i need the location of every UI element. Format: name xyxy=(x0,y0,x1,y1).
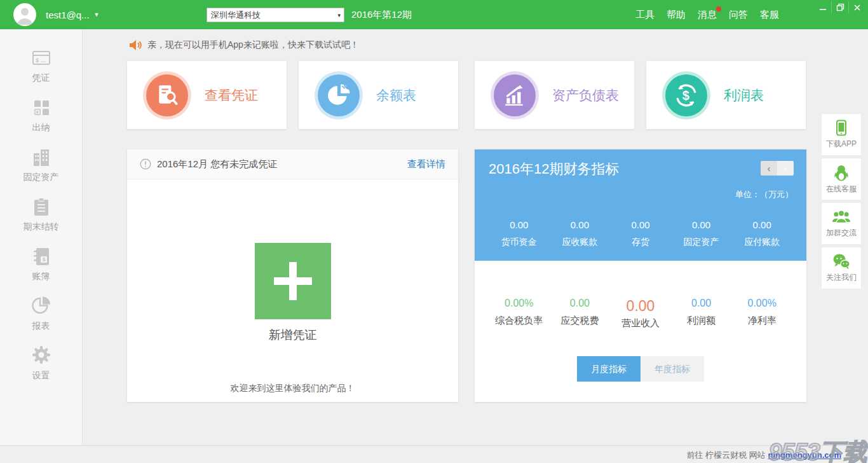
cashier-icon: ¥ xyxy=(32,98,51,117)
close-button[interactable] xyxy=(848,1,865,13)
sidebar: $ … 凭证 ¥ 出纳 固定资产 xyxy=(0,29,83,445)
voucher-panel-header: 2016年12月 您有未完成凭证 查看详情 xyxy=(127,149,458,179)
metric-label: 营业收入 xyxy=(610,317,671,329)
svg-text:¥: ¥ xyxy=(36,109,39,115)
add-voucher-button[interactable] xyxy=(255,243,331,319)
window-controls xyxy=(814,1,865,13)
sidebar-item-settings[interactable]: 设置 xyxy=(0,340,82,382)
tab-yearly-indicators[interactable]: 年度指标 xyxy=(641,356,704,382)
warning-icon xyxy=(140,158,151,170)
card-label: 资产负债表 xyxy=(552,86,619,104)
avatar[interactable] xyxy=(13,3,36,26)
sidebar-item-cashier[interactable]: ¥ 出纳 xyxy=(0,92,82,134)
select-arrow-icon: ▾ xyxy=(337,12,341,18)
minimize-button[interactable] xyxy=(814,1,831,13)
metric-inventory: 0.00 存货 xyxy=(610,219,671,248)
status-site-text: 前往 柠檬云财税 网站 xyxy=(687,450,766,460)
metric-value: 0.00 xyxy=(671,298,732,309)
titlebar: test1@q... ▼ 深圳华通科技 ▾ 2016年第12期 工具 帮助 消息… xyxy=(0,0,868,29)
metric-cash: 0.00 货币资金 xyxy=(489,219,550,248)
join-group-button[interactable]: 加群交流 xyxy=(821,202,862,245)
top-menu: 工具 帮助 消息 问答 客服 xyxy=(635,0,779,29)
prev-period-button[interactable]: ‹ xyxy=(761,161,777,176)
qq-icon xyxy=(833,164,850,181)
app-window: test1@q... ▼ 深圳华通科技 ▾ 2016年第12期 工具 帮助 消息… xyxy=(0,0,868,463)
closing-icon xyxy=(32,197,51,216)
menu-item-messages[interactable]: 消息 xyxy=(698,9,717,21)
primary-metrics-row: 0.00 货币资金 0.00 应收账款 0.00 存货 0.00 固定资产 0.… xyxy=(489,219,792,248)
welcome-text: 欢迎来到这里体验我们的产品！ xyxy=(127,383,458,394)
indicator-tabs: 月度指标 年度指标 xyxy=(475,356,806,382)
float-item-label: 下载APP xyxy=(826,139,857,149)
group-icon xyxy=(832,209,851,225)
menu-item-qa[interactable]: 问答 xyxy=(729,9,748,21)
ledger-icon: $ xyxy=(32,247,51,266)
metric-profit: 0.00 利润额 xyxy=(671,298,732,329)
metric-receivables: 0.00 应收账款 xyxy=(550,219,611,248)
download-app-button[interactable]: 下载APP xyxy=(821,113,862,156)
chevron-down-icon: ▼ xyxy=(94,11,100,18)
sidebar-item-voucher[interactable]: $ … 凭证 xyxy=(0,42,82,84)
account-menu[interactable]: test1@q... ▼ xyxy=(46,0,100,29)
card-label: 查看凭证 xyxy=(205,86,258,104)
sidebar-item-label: 凭证 xyxy=(32,73,50,84)
metric-net-margin: 0.00% 净利率 xyxy=(731,298,792,329)
message-badge-dot xyxy=(716,6,721,11)
card-label: 余额表 xyxy=(376,86,416,104)
menu-item-tools[interactable]: 工具 xyxy=(635,9,654,21)
view-voucher-icon xyxy=(146,74,188,116)
card-label: 利润表 xyxy=(724,86,764,104)
sidebar-item-label: 设置 xyxy=(32,370,50,382)
metric-label: 货币资金 xyxy=(489,237,550,248)
float-item-label: 加群交流 xyxy=(826,228,857,238)
metric-value: 0.00 xyxy=(550,298,611,309)
indicators-title: 2016年12期财务指标 xyxy=(489,160,619,179)
card-profit-table[interactable]: $ 利润表 xyxy=(646,61,806,129)
company-select[interactable]: 深圳华通科技 ▾ xyxy=(207,8,344,22)
fixed-assets-icon xyxy=(31,148,51,167)
metric-label: 净利率 xyxy=(731,315,792,327)
tab-monthly-indicators[interactable]: 月度指标 xyxy=(577,356,641,382)
menu-item-support[interactable]: 客服 xyxy=(760,9,779,21)
metric-tax-payable: 0.00 应交税费 xyxy=(550,298,611,329)
metric-label: 应付账款 xyxy=(731,237,792,248)
view-details-link[interactable]: 查看详情 xyxy=(407,158,445,170)
metric-label: 存货 xyxy=(610,237,671,248)
metric-value: 0.00% xyxy=(731,298,792,309)
float-item-label: 关注我们 xyxy=(826,272,857,283)
metric-value: 0.00 xyxy=(550,219,611,230)
follow-us-button[interactable]: 关注我们 xyxy=(821,247,862,289)
card-balance-sheet[interactable]: 资产负债表 xyxy=(475,61,634,129)
statusbar: 前往 柠檬云财税 网站 ningmengyun.com xyxy=(0,445,868,463)
menu-item-help[interactable]: 帮助 xyxy=(667,9,686,21)
metric-label: 应收账款 xyxy=(550,237,611,248)
svg-text:$: $ xyxy=(42,256,45,263)
next-period-button[interactable]: › xyxy=(777,161,794,176)
sidebar-item-period-closing[interactable]: 期末结转 xyxy=(0,191,82,233)
svg-text:$: $ xyxy=(682,88,689,102)
balance-table-icon xyxy=(318,74,360,116)
secondary-metrics-row: 0.00% 综合税负率 0.00 应交税费 0.00 营业收入 0.00 利润额… xyxy=(475,261,806,329)
float-panel: 下载APP 在线客服 加群交流 xyxy=(821,113,862,291)
sidebar-item-reports[interactable]: 报表 xyxy=(0,290,82,332)
wechat-icon xyxy=(832,253,850,270)
restore-button[interactable] xyxy=(831,1,848,13)
phone-icon xyxy=(834,120,849,136)
voucher-icon: $ … xyxy=(31,48,51,67)
sidebar-item-fixed-assets[interactable]: 固定资产 xyxy=(0,141,82,183)
notice-bar: 亲，现在可以用手机App来记账啦，快来下载试试吧！ xyxy=(129,39,359,51)
user-icon xyxy=(13,3,36,26)
metric-revenue: 0.00 营业收入 xyxy=(610,298,671,329)
voucher-panel: 2016年12月 您有未完成凭证 查看详情 新增凭证 欢迎来到这里体验我们的产品… xyxy=(127,149,458,402)
online-support-button[interactable]: 在线客服 xyxy=(821,158,862,200)
card-view-voucher[interactable]: 查看凭证 xyxy=(127,61,287,129)
unfinished-voucher-text: 2016年12月 您有未完成凭证 xyxy=(157,158,277,170)
sidebar-item-ledger[interactable]: $ 账簿 xyxy=(0,240,82,282)
account-name: test1@q... xyxy=(46,10,90,20)
sidebar-item-label: 账簿 xyxy=(32,271,50,282)
sidebar-item-label: 固定资产 xyxy=(24,172,59,183)
card-balance-table[interactable]: 余额表 xyxy=(299,61,458,129)
site-link[interactable]: ningmengyun.com xyxy=(768,450,841,460)
period-pager: ‹ › xyxy=(761,161,794,176)
restore-icon xyxy=(836,3,844,11)
